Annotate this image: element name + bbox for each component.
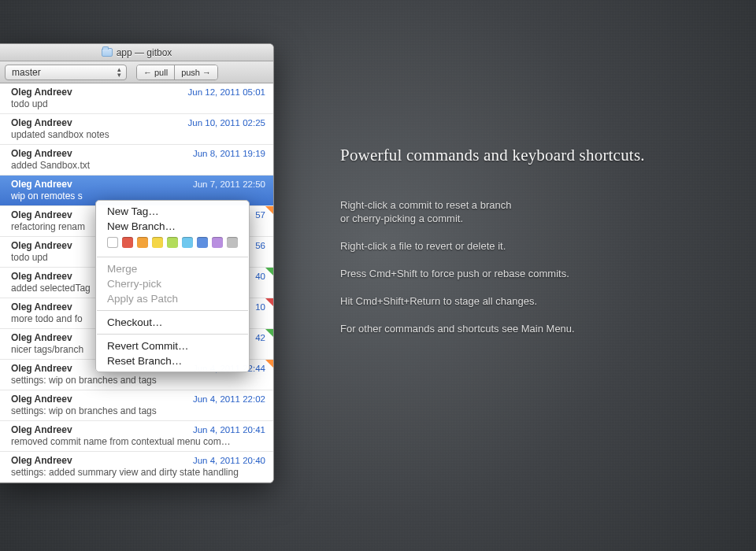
label-corner-icon [265,298,273,306]
commit-date: 56 [255,241,265,250]
color-swatch[interactable] [122,237,133,248]
label-color-swatch-row [96,234,249,253]
commit-message: updated sandbox notes [11,129,265,140]
menu-separator [97,334,248,335]
arrow-right-icon: → [202,68,211,77]
branch-select[interactable]: master ▴▾ [5,65,127,80]
menu-separator [97,310,248,311]
promo-text: or cherry-picking a commit. [340,213,463,224]
menu-cherry-pick: Cherry-pick [96,276,249,291]
color-swatch[interactable] [212,237,223,248]
commit-date: 42 [255,333,265,342]
commit-message: settings: wip on branches and tags [11,405,265,416]
color-swatch[interactable] [107,237,118,248]
commit-message: added Sandbox.txt [11,160,265,171]
menu-new-branch[interactable]: New Branch… [96,219,249,234]
commit-date: 57 [255,210,265,220]
color-swatch[interactable] [197,237,208,248]
label-corner-icon [265,206,273,214]
menu-separator [97,257,248,257]
titlebar[interactable]: app — gitbox [0,44,273,61]
commit-row[interactable]: Oleg AndreevJun 10, 2011 02:25updated sa… [0,114,273,145]
pull-button[interactable]: ← pull [137,65,174,80]
commit-author: Oleg Andreev [11,424,72,435]
menu-checkout[interactable]: Checkout… [96,315,249,330]
commit-date: Jun 4, 2011 22:02 [193,394,265,404]
commit-message: settings: wip on branches and tags [11,375,265,386]
commit-row[interactable]: Oleg AndreevJun 4, 2011 20:40settings: a… [0,452,273,483]
color-swatch[interactable] [167,237,178,248]
commit-author: Oleg Andreev [11,148,72,159]
promo-line: For other commands and shortcuts see Mai… [340,322,734,335]
commit-author: Oleg Andreev [11,394,72,405]
menu-apply-patch: Apply as Patch [96,291,249,306]
window-title: app — gitbox [117,47,172,58]
commit-author: Oleg Andreev [11,179,72,190]
promo-line: Right-click a file to revert or delete i… [340,239,734,253]
commit-author: Oleg Andreev [11,240,72,251]
commit-author: Oleg Andreev [11,87,72,98]
commit-row[interactable]: Oleg AndreevJun 12, 2011 05:01todo upd [0,83,273,114]
menu-merge: Merge [96,261,249,276]
menu-revert-commit[interactable]: Revert Commit… [96,338,249,353]
toolbar: master ▴▾ ← pull push → [0,61,273,83]
commit-author: Oleg Andreev [11,332,72,343]
label-corner-icon [265,360,273,368]
chevron-updown-icon: ▴▾ [117,67,121,78]
commit-author: Oleg Andreev [11,455,72,466]
color-swatch[interactable] [227,237,238,248]
commit-date: Jun 4, 2011 20:41 [193,425,265,435]
commit-row[interactable]: Oleg AndreevJun 4, 2011 22:02settings: w… [0,390,273,421]
commit-author: Oleg Andreev [11,271,72,282]
label-corner-icon [265,329,273,337]
commit-row[interactable]: Oleg AndreevJun 8, 2011 19:19added Sandb… [0,145,273,176]
commit-date: 10 [255,302,265,312]
arrow-left-icon: ← [143,68,152,77]
branch-name: master [12,67,41,78]
commit-row[interactable]: Oleg AndreevJun 4, 2011 20:41removed com… [0,421,273,452]
color-swatch[interactable] [182,237,193,248]
menu-reset-branch[interactable]: Reset Branch… [96,353,249,368]
push-button[interactable]: push → [174,65,217,80]
push-label: push [181,68,200,77]
commit-date: Jun 7, 2011 22:50 [193,179,265,189]
color-swatch[interactable] [152,237,163,248]
context-menu: New Tag… New Branch… Merge Cherry-pick A… [95,200,250,372]
commit-date: 40 [255,272,265,281]
commit-author: Oleg Andreev [11,301,72,312]
commit-date: Jun 10, 2011 02:25 [188,118,265,128]
pull-label: pull [154,68,168,77]
commit-author: Oleg Andreev [11,209,72,220]
commit-message: removed commit name from contextual menu… [11,436,265,447]
promo-line: Right-click a commit to reset a branch o… [340,198,734,225]
color-swatch[interactable] [137,237,148,248]
promo-line: Press Cmd+Shift to force push or rebase … [340,267,734,280]
label-corner-icon [265,268,273,276]
promo-heading: Powerful commands and keyboard shortcuts… [340,146,734,165]
commit-message: todo upd [11,98,265,109]
commit-date: Jun 8, 2011 19:19 [193,149,265,158]
commit-date: Jun 4, 2011 20:40 [193,456,265,465]
promo-line: Hit Cmd+Shift+Return to stage all change… [340,294,734,308]
commit-date: Jun 12, 2011 05:01 [188,87,265,97]
commit-message: settings: added summary view and dirty s… [11,467,265,478]
promo-text: Right-click a commit to reset a branch [340,199,511,211]
commit-author: Oleg Andreev [11,363,72,374]
menu-new-tag[interactable]: New Tag… [96,204,249,219]
promo-copy: Powerful commands and keyboard shortcuts… [340,146,734,349]
pull-push-segment: ← pull push → [136,65,218,80]
folder-icon [102,48,113,57]
commit-author: Oleg Andreev [11,117,72,128]
